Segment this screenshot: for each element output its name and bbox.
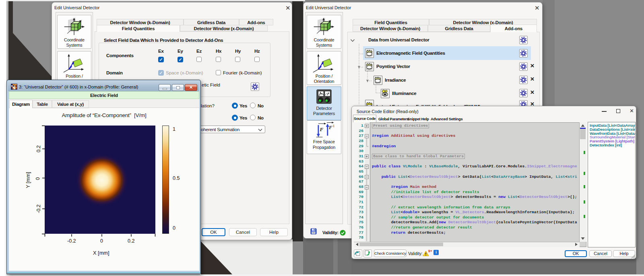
svg-text:F: F <box>319 126 323 132</box>
svg-text:-1: -1 <box>332 124 334 128</box>
svg-text:9+: 9+ <box>428 249 432 253</box>
